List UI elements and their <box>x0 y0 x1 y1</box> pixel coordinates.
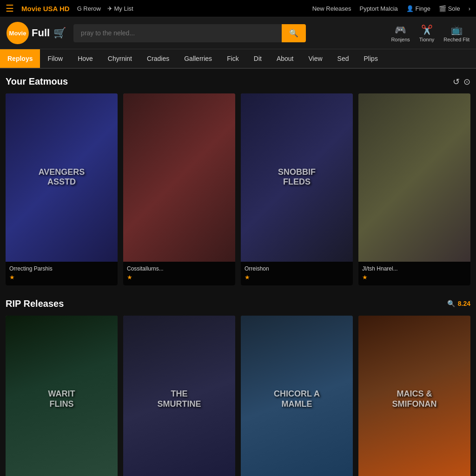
movie-card-0-0[interactable]: AVENGERSASSTDOrrecting Parshis★ <box>6 93 118 285</box>
header-icons: 🎮 Ronjens ✂️ Tionny 📺 Reched Flit <box>391 24 469 42</box>
section-badge: 8.24 <box>458 300 470 307</box>
top-link-mylist[interactable]: ✈ My List <box>107 5 133 12</box>
movie-thumb-inner-1-1: THESMURTINE <box>123 316 235 476</box>
reched-icon: 📺 <box>451 24 463 35</box>
search-bar: 🔍 <box>73 24 306 42</box>
header-icon-ronjens[interactable]: 🎮 Ronjens <box>391 24 410 42</box>
logo-full-text: Full <box>32 27 50 39</box>
ronjens-label: Ronjens <box>391 37 410 42</box>
section-search-icon[interactable]: 🔍 <box>447 300 455 307</box>
movie-overlay-0-0: AVENGERSASSTD <box>39 167 85 187</box>
scroll-right-icon[interactable]: ⊙ <box>463 77 470 87</box>
section-header-0: Your Eatmous↺⊙ <box>6 76 470 87</box>
nav-item-cradies[interactable]: Cradies <box>139 49 177 68</box>
movie-title-0-3: Jl/tsh Hnarel... <box>362 265 467 272</box>
movie-card-1-3[interactable]: MAICS &SMIFONANGENAETO PLEETRD WAHOL★509… <box>358 316 470 476</box>
movie-card-1-2[interactable]: CHICORL A MAMLEFOIME BEARDING TO PAPLEYE… <box>241 316 353 476</box>
movie-title-0-1: Cossitallurns... <box>127 265 231 272</box>
nav-item-dit[interactable]: Dit <box>246 49 269 68</box>
search-button[interactable]: 🔍 <box>282 24 306 42</box>
movie-meta-0-3: ★ <box>362 274 467 281</box>
movie-grid-0: AVENGERSASSTDOrrecting Parshis★Cossitall… <box>6 93 470 285</box>
scroll-left-icon[interactable]: ↺ <box>453 77 460 87</box>
movie-card-1-1[interactable]: THESMURTINE1RRERNET FUND TODTUTS★0.50 <box>123 316 235 476</box>
movie-footer-0-1: Cossitallurns...★ <box>123 262 235 285</box>
movie-thumb-0-2: SNOBBIFFLEDS <box>241 93 353 262</box>
movie-card-0-2[interactable]: SNOBBIFFLEDSOrreishon★ <box>241 93 353 285</box>
top-new-releases[interactable]: New Releases <box>312 5 351 12</box>
logo-circle: Movie <box>7 22 29 44</box>
top-bar: ☰ Movie USA HD G Rerow ✈ My List New Rel… <box>0 0 476 17</box>
movie-overlay-1-1: THESMURTINE <box>158 390 201 410</box>
nav-item-hove[interactable]: Hove <box>70 49 100 68</box>
hamburger-icon[interactable]: ☰ <box>6 3 14 14</box>
top-right-links: New Releases Pyptort Malcia 👤 Finge 🎬 So… <box>312 5 470 12</box>
star-icon: ★ <box>362 274 368 281</box>
movie-overlay-0-2: SNOBBIFFLEDS <box>278 167 316 187</box>
movie-thumb-0-3 <box>358 93 470 262</box>
section-controls-0: ↺⊙ <box>453 77 470 87</box>
movie-thumb-1-3: MAICS &SMIFONAN <box>358 316 470 476</box>
reched-label: Reched Flit <box>443 37 469 42</box>
nav-item-filow[interactable]: Filow <box>40 49 70 68</box>
header-icon-reched[interactable]: 📺 Reched Flit <box>443 24 469 42</box>
section-title-1: RIP Releases <box>6 298 64 309</box>
top-links: G Rerow ✈ My List <box>77 5 133 12</box>
tionny-icon: ✂️ <box>421 24 433 35</box>
brand-label: Movie USA HD <box>21 5 70 13</box>
ronjens-icon: 🎮 <box>395 24 406 35</box>
movie-overlay-1-2: CHICORL A MAMLE <box>269 390 325 410</box>
nav-item-gallerries[interactable]: Gallerries <box>177 49 219 68</box>
nav-item-view[interactable]: View <box>301 49 330 68</box>
movie-thumb-inner-0-1 <box>123 93 235 262</box>
tionny-label: Tionny <box>419 37 435 42</box>
main-content: Your Eatmous↺⊙AVENGERSASSTDOrrecting Par… <box>0 69 476 476</box>
movie-thumb-inner-1-0: WARITFLINS <box>6 316 118 476</box>
section-search-1: 🔍 8.24 <box>447 300 470 307</box>
section-header-1: RIP Releases🔍 8.24 <box>6 298 470 309</box>
nav-item-about[interactable]: About <box>269 49 301 68</box>
movie-thumb-0-1 <box>123 93 235 262</box>
movie-card-0-3[interactable]: Jl/tsh Hnarel...★ <box>358 93 470 285</box>
movie-thumb-inner-0-3 <box>358 93 470 262</box>
nav-item-chyrnint[interactable]: Chyrnint <box>100 49 139 68</box>
movie-footer-0-0: Orrecting Parshis★ <box>6 262 118 285</box>
section-0: Your Eatmous↺⊙AVENGERSASSTDOrrecting Par… <box>6 76 470 285</box>
star-icon: ★ <box>9 274 15 281</box>
movie-thumb-inner-0-2: SNOBBIFFLEDS <box>241 93 353 262</box>
movie-overlay-1-0: WARITFLINS <box>48 390 75 410</box>
nav-item-reploys[interactable]: Reploys <box>0 49 40 68</box>
movie-footer-0-3: Jl/tsh Hnarel...★ <box>358 262 470 285</box>
top-pyptort[interactable]: Pyptort Malcia <box>359 5 397 12</box>
search-input[interactable] <box>73 24 282 42</box>
logo: Movie Full 🛒 <box>7 22 66 44</box>
movie-card-1-0[interactable]: WARITFLINSTRIRNE LES STURES NEW FORPLT★0… <box>6 316 118 476</box>
nav-item-fick[interactable]: Fick <box>219 49 246 68</box>
movie-card-0-1[interactable]: Cossitallurns...★ <box>123 93 235 285</box>
brand-text: Movie USA HD <box>21 5 70 13</box>
header-icon-tionny[interactable]: ✂️ Tionny <box>419 24 435 42</box>
logo-cart-icon: 🛒 <box>53 27 66 39</box>
movie-thumb-inner-1-3: MAICS &SMIFONAN <box>358 316 470 476</box>
logo-movie-text: Movie <box>9 30 26 37</box>
movie-title-0-0: Orrecting Parshis <box>9 265 114 272</box>
nav-item-sed[interactable]: Sed <box>330 49 357 68</box>
nav-item-plips[interactable]: Plips <box>357 49 385 68</box>
movie-thumb-1-2: CHICORL A MAMLE <box>241 316 353 476</box>
movie-meta-0-0: ★ <box>9 274 114 281</box>
top-link-rerow[interactable]: G Rerow <box>77 5 101 12</box>
movie-meta-0-2: ★ <box>245 274 349 281</box>
movie-thumb-0-0: AVENGERSASSTD <box>6 93 118 262</box>
header: Movie Full 🛒 🔍 🎮 Ronjens ✂️ Tionny 📺 Rec… <box>0 17 476 49</box>
movie-grid-1: WARITFLINSTRIRNE LES STURES NEW FORPLT★0… <box>6 316 470 476</box>
top-expand-icon[interactable]: › <box>469 5 470 12</box>
top-sole[interactable]: 🎬 Sole <box>439 5 460 12</box>
movie-thumb-1-0: WARITFLINS <box>6 316 118 476</box>
top-finge[interactable]: 👤 Finge <box>406 5 430 12</box>
movie-meta-0-1: ★ <box>127 274 231 281</box>
section-1: RIP Releases🔍 8.24WARITFLINSTRIRNE LES S… <box>6 298 470 476</box>
movie-thumb-inner-0-0: AVENGERSASSTD <box>6 93 118 262</box>
star-icon: ★ <box>127 274 132 281</box>
movie-overlay-1-3: MAICS &SMIFONAN <box>392 390 437 410</box>
nav-bar: ReploysFilowHoveChyrnintCradiesGallerrie… <box>0 49 476 69</box>
